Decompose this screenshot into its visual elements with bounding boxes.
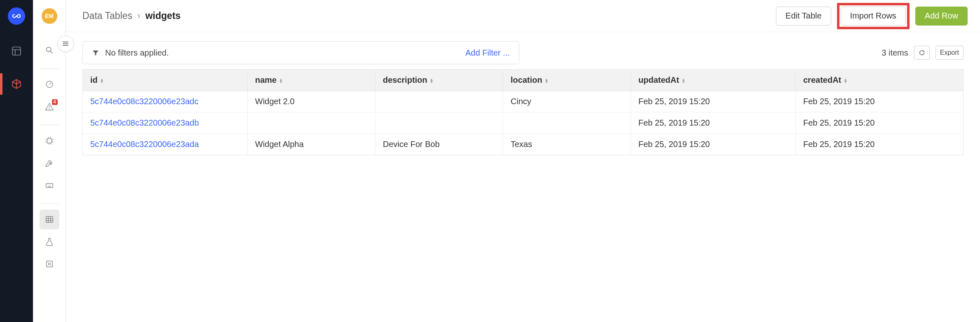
breadcrumb: Data Tables › widgets (82, 10, 181, 21)
table-icon (45, 215, 54, 224)
primary-nav-rail (0, 0, 33, 322)
sidebar-item-data-tables[interactable] (40, 210, 59, 229)
column-header-label: id (90, 75, 98, 84)
cell-id[interactable]: 5c744e0c08c3220006e23adc (83, 91, 248, 112)
column-header-id[interactable]: id▲▼ (83, 70, 248, 91)
refresh-icon (919, 49, 925, 56)
svg-rect-5 (46, 183, 53, 187)
column-header-updatedAt[interactable]: updatedAt▲▼ (631, 70, 796, 91)
table-wrap: id▲▼name▲▼description▲▼location▲▼updated… (66, 69, 980, 155)
secondary-sidebar: EM 4 (33, 0, 66, 322)
sidebar-divider (40, 68, 59, 69)
add-filter-button[interactable]: Add Filter ... (465, 48, 510, 58)
table-row[interactable]: 5c744e0c08c3220006e23adaWidget AlphaDevi… (83, 134, 964, 155)
sidebar-divider (40, 125, 59, 125)
export-button[interactable]: Export (935, 46, 964, 60)
dashboard-icon (11, 46, 22, 56)
cell-description (375, 112, 503, 134)
sidebar-item-overview[interactable] (40, 75, 59, 94)
avatar[interactable]: EM (42, 8, 57, 24)
column-header-location[interactable]: location▲▼ (503, 70, 631, 91)
cell-description: Device For Bob (375, 134, 503, 155)
breadcrumb-separator: › (137, 10, 141, 21)
import-rows-button[interactable]: Import Rows (841, 7, 906, 26)
infinity-icon (12, 12, 21, 21)
cell-value: Cincy (511, 97, 531, 106)
filter-status-text: No filters applied. (105, 48, 169, 58)
cell-value: Widget 2.0 (255, 97, 295, 106)
cell-value: Device For Bob (383, 140, 440, 149)
edit-table-button[interactable]: Edit Table (776, 7, 831, 26)
cell-location: Cincy (503, 91, 631, 112)
column-header-name[interactable]: name▲▼ (248, 70, 375, 91)
cell-updatedAt: Feb 25, 2019 15:20 (631, 134, 796, 155)
data-table: id▲▼name▲▼description▲▼location▲▼updated… (82, 69, 964, 155)
puzzle-icon (45, 259, 54, 268)
column-header-description[interactable]: description▲▼ (375, 70, 503, 91)
cell-value: Widget Alpha (255, 140, 304, 149)
cell-updatedAt: Feb 25, 2019 15:20 (631, 112, 796, 134)
toolbar-right: 3 items Export (882, 46, 964, 60)
svg-rect-4 (47, 139, 52, 143)
cube-icon (11, 79, 22, 89)
row-id-link: 5c744e0c08c3220006e23adc (90, 97, 198, 106)
keyboard-icon (45, 181, 54, 190)
app-logo[interactable] (8, 7, 25, 25)
cell-createdAt: Feb 25, 2019 15:20 (796, 134, 964, 155)
cell-value: Feb 25, 2019 15:20 (638, 140, 710, 149)
cell-createdAt: Feb 25, 2019 15:20 (796, 91, 964, 112)
sidebar-item-keyboard[interactable] (40, 175, 59, 195)
cell-description (375, 91, 503, 112)
sidebar-item-alerts[interactable]: 4 (40, 97, 59, 117)
sort-icon: ▲▼ (430, 78, 434, 83)
column-header-label: updatedAt (638, 75, 679, 84)
sort-icon: ▲▼ (545, 78, 549, 83)
sidebar-toggle-button[interactable] (57, 35, 74, 52)
cell-value: Feb 25, 2019 15:20 (638, 118, 710, 127)
alert-count-badge: 4 (52, 99, 58, 105)
sort-icon: ▲▼ (844, 78, 847, 83)
add-row-button[interactable]: Add Row (915, 7, 968, 26)
hamburger-icon (61, 40, 70, 48)
search-icon (45, 46, 54, 55)
sort-icon: ▲▼ (682, 78, 685, 83)
filter-box: No filters applied. Add Filter ... (82, 41, 519, 64)
sort-icon: ▲▼ (100, 78, 104, 83)
flask-icon (45, 237, 54, 246)
svg-rect-6 (46, 217, 53, 223)
chip-icon (45, 136, 54, 145)
table-row[interactable]: 5c744e0c08c3220006e23adbFeb 25, 2019 15:… (83, 112, 964, 134)
table-row[interactable]: 5c744e0c08c3220006e23adcWidget 2.0CincyF… (83, 91, 964, 112)
column-header-createdAt[interactable]: createdAt▲▼ (796, 70, 964, 91)
avatar-initials: EM (45, 13, 54, 19)
refresh-button[interactable] (914, 46, 930, 60)
cell-name (248, 112, 375, 134)
cell-value: Feb 25, 2019 15:20 (638, 97, 710, 106)
filter-icon (92, 49, 99, 56)
sidebar-item-devices[interactable] (40, 131, 59, 151)
cell-location (503, 112, 631, 134)
table-head: id▲▼name▲▼description▲▼location▲▼updated… (83, 70, 964, 91)
breadcrumb-root[interactable]: Data Tables (82, 10, 132, 21)
nav-item-data[interactable] (10, 77, 23, 91)
sort-icon: ▲▼ (279, 78, 283, 83)
column-header-label: location (511, 75, 542, 84)
row-id-link: 5c744e0c08c3220006e23adb (90, 118, 199, 127)
gauge-icon (45, 80, 54, 89)
toolbar-row: No filters applied. Add Filter ... 3 ite… (66, 32, 980, 69)
cell-id[interactable]: 5c744e0c08c3220006e23ada (83, 134, 248, 155)
sidebar-divider (40, 203, 59, 204)
cell-updatedAt: Feb 25, 2019 15:20 (631, 91, 796, 112)
column-header-label: createdAt (803, 75, 841, 84)
cell-name: Widget Alpha (248, 134, 375, 155)
row-id-link: 5c744e0c08c3220006e23ada (90, 140, 199, 149)
import-rows-highlight: Import Rows (837, 3, 910, 29)
nav-item-dashboard[interactable] (10, 44, 23, 58)
sidebar-item-experiments[interactable] (40, 232, 59, 252)
sidebar-item-tools[interactable] (40, 153, 59, 173)
sidebar-item-search[interactable] (40, 40, 59, 60)
cell-value: Feb 25, 2019 15:20 (803, 118, 874, 127)
sidebar-item-integrations[interactable] (40, 254, 59, 274)
cell-id[interactable]: 5c744e0c08c3220006e23adb (83, 112, 248, 134)
cell-name: Widget 2.0 (248, 91, 375, 112)
